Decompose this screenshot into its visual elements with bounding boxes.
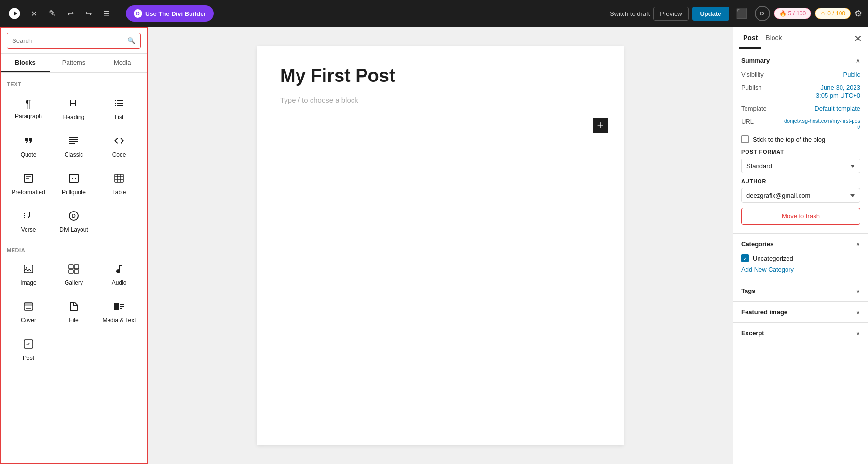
categories-chevron-icon: ∧ [856,241,860,248]
url-row: URL donjetv.sg-host.com/my-first-post/ [741,118,860,130]
block-classic[interactable]: Classic [52,128,95,163]
add-block-button[interactable]: + [593,118,608,133]
audio-icon [113,263,125,277]
search-box-container: 🔍 [7,33,141,49]
topbar: ✕ ✎ ↩ ↪ ☰ D Use The Divi Builder Switch … [0,0,868,27]
cover-icon [23,301,34,314]
template-value[interactable]: Default template [814,105,860,112]
block-quote[interactable]: Quote [7,128,50,163]
block-image[interactable]: Image [7,256,50,292]
summary-body: Visibility Public Publish June 30, 2023 … [733,71,868,233]
heading-label: Heading [63,114,85,120]
classic-icon [68,135,80,148]
table-label: Table [112,189,126,196]
right-panel: Post Block ✕ Summary ∧ Visibility Public… [733,27,868,464]
featured-image-title: Featured image [741,308,787,316]
url-label: URL [741,118,754,125]
add-new-category-link[interactable]: Add New Category [741,266,794,273]
layout-toggle-button[interactable]: ⬛ [733,5,751,22]
tab-blocks[interactable]: Blocks [1,54,50,72]
search-button[interactable]: 🔍 [122,34,140,47]
visibility-value[interactable]: Public [843,71,860,78]
right-panel-header: Post Block ✕ [733,27,868,50]
post-format-select[interactable]: Standard Aside Image Video Quote Link Ga… [741,159,860,173]
featured-image-section-header[interactable]: Featured image ∨ [733,302,868,322]
svg-rect-1 [69,139,78,140]
wp-logo [6,5,23,22]
block-pullquote[interactable]: Pullquote [52,165,95,201]
switch-draft-button[interactable]: Switch to draft [610,10,650,17]
paragraph-icon: ¶ [26,98,32,110]
file-label: File [69,317,78,324]
block-post[interactable]: Post [7,331,50,367]
undo-button[interactable]: ↩ [64,6,78,21]
block-heading[interactable]: Heading [52,90,95,126]
tab-block[interactable]: Block [761,28,786,49]
svg-rect-5 [69,174,78,182]
block-paragraph[interactable]: ¶ Paragraph [7,90,50,126]
search-row: 🔍 [1,28,147,54]
tags-section-header[interactable]: Tags ∨ [733,280,868,301]
edit-button[interactable]: ✎ [45,5,60,22]
url-value[interactable]: donjetv.sg-host.com/my-first-post/ [783,118,860,130]
settings-button[interactable]: ⚙ [854,8,862,19]
template-label: Template [741,105,767,112]
image-icon [23,263,34,277]
code-icon [113,135,125,148]
divi-circle-button[interactable]: D [755,6,770,21]
right-panel-close-button[interactable]: ✕ [854,33,862,44]
editor-content-area: My First Post Type / to choose a block + [148,27,733,464]
visibility-label: Visibility [741,71,764,78]
block-file[interactable]: File [52,293,95,329]
uncategorized-item: Uncategorized [741,254,860,262]
svg-rect-0 [69,137,78,138]
gallery-label: Gallery [65,279,83,286]
post-title[interactable]: My First Post [280,66,600,86]
cover-label: Cover [21,317,36,324]
block-verse[interactable]: Verse [7,203,50,239]
block-audio[interactable]: Audio [97,256,141,292]
move-to-trash-button[interactable]: Move to trash [741,208,860,225]
fire-counter-label: 5 / 100 [788,10,806,17]
block-divi-layout[interactable]: D Divi Layout [52,203,95,239]
fire-counter-badge[interactable]: 🔥 5 / 100 [774,8,812,19]
topbar-right: Switch to draft Preview Update ⬛ D 🔥 5 /… [610,5,862,22]
block-table[interactable]: Table [97,165,141,201]
tab-post[interactable]: Post [739,28,761,49]
svg-rect-20 [24,303,33,306]
block-tabs: Blocks Patterns Media [1,54,147,73]
warning-counter-badge[interactable]: ⚠ 0 / 100 [815,8,851,19]
tab-media[interactable]: Media [98,54,147,72]
block-code[interactable]: Code [97,128,141,163]
image-label: Image [20,279,36,286]
block-preformatted[interactable]: Preformatted [7,165,50,201]
divi-icon: D [134,9,142,18]
list-icon [113,97,125,111]
block-media-text[interactable]: Media & Text [97,293,141,329]
tags-title: Tags [741,287,755,294]
uncategorized-checkbox[interactable] [741,254,749,262]
preview-button[interactable]: Preview [653,7,688,21]
list-view-button[interactable]: ☰ [99,6,114,21]
block-list[interactable]: List [97,90,141,126]
excerpt-section-header[interactable]: Excerpt ∨ [733,323,868,344]
publish-value[interactable]: June 30, 2023 3:05 pm UTC+0 [816,84,860,99]
divi-builder-button[interactable]: D Use The Divi Builder [126,5,214,22]
tab-patterns[interactable]: Patterns [50,54,98,72]
featured-image-chevron-icon: ∨ [856,309,860,316]
close-button[interactable]: ✕ [27,6,41,21]
author-select[interactable]: deezgrafix@gmail.com [741,188,860,203]
text-section-label: TEXT [7,77,141,90]
redo-button[interactable]: ↪ [81,6,95,21]
quote-label: Quote [21,151,37,158]
fire-icon: 🔥 [779,10,787,17]
blocks-list: TEXT ¶ Paragraph Heading [1,73,147,463]
search-input[interactable] [7,33,122,48]
block-gallery[interactable]: Gallery [52,256,95,292]
stick-to-top-checkbox[interactable] [741,135,749,143]
block-cover[interactable]: Cover [7,293,50,329]
summary-title: Summary [741,57,770,64]
update-button[interactable]: Update [692,7,729,21]
categories-section-header[interactable]: Categories ∧ [733,234,868,254]
summary-section-header[interactable]: Summary ∧ [733,50,868,71]
